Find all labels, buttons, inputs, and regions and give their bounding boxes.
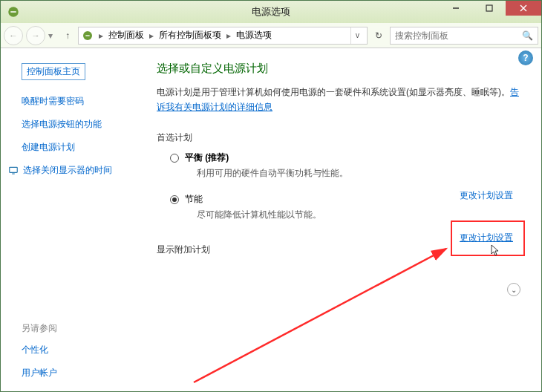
chevron-right-icon: ▸ [148,30,154,41]
sidebar: 控制面板主页 唤醒时需要密码 选择电源按钮的功能 创建电源计划 选择关闭显示器的… [1,48,149,391]
see-also-header: 另请参阅 [22,322,57,335]
sidebar-create-plan[interactable]: 创建电源计划 [22,141,149,154]
crumb-all-items[interactable]: 所有控制面板项 [156,29,224,42]
help-button[interactable]: ? [518,50,533,65]
additional-plans-header: 显示附加计划 [157,244,525,256]
chevron-right-icon: ▸ [226,30,232,41]
annotation-arrow [186,241,461,390]
breadcrumb-dropdown[interactable]: v [350,27,364,44]
radio-power-saver[interactable] [170,195,179,204]
page-description: 电源计划是用于管理计算机如何使用电源的一套硬件和系统设置(如显示器亮度、睡眠等)… [157,85,525,115]
see-also-section: 另请参阅 个性化 用户帐户 [22,322,57,379]
sidebar-power-button[interactable]: 选择电源按钮的功能 [22,118,149,131]
change-plan-balanced[interactable]: 更改计划设置 [460,189,513,202]
history-dropdown[interactable]: ▾ [48,30,57,41]
search-icon: 🔍 [522,30,533,41]
see-also-personalization[interactable]: 个性化 [22,344,57,356]
change-plan-power-saver[interactable]: 更改计划设置 [460,232,513,244]
page-title: 选择或自定义电源计划 [157,62,525,76]
search-input[interactable] [395,30,522,41]
window-title: 电源选项 [252,5,290,19]
preferred-plans-header: 首选计划 [157,131,525,144]
expand-additional-button[interactable]: ⌄ [507,283,520,296]
breadcrumb[interactable]: ▸ 控制面板 ▸ 所有控制面板项 ▸ 电源选项 v [78,27,368,45]
radio-balanced[interactable] [170,154,179,163]
minimize-button[interactable] [439,1,472,16]
plan-balanced-desc: 利用可用的硬件自动平衡功耗与性能。 [197,167,525,180]
power-icon [7,5,20,19]
sidebar-wake-password[interactable]: 唤醒时需要密码 [22,95,149,108]
plan-balanced-name: 平衡 [185,152,203,163]
sidebar-display-off[interactable]: 选择关闭显示器的时间 [23,164,112,177]
monitor-icon [8,166,19,176]
titlebar: 电源选项 [1,1,541,23]
forward-button[interactable]: → [26,26,45,45]
see-also-user-accounts[interactable]: 用户帐户 [22,367,57,379]
chevron-right-icon: ▸ [98,30,104,41]
svg-line-9 [194,249,446,382]
plan-power-saver-desc: 尽可能降低计算机性能以节能。 [197,209,525,221]
svg-rect-3 [486,5,492,11]
crumb-control-panel[interactable]: 控制面板 [105,29,147,42]
plan-balanced-suffix: (推荐) [203,152,229,163]
svg-rect-8 [12,173,15,174]
desc-text: 电源计划是用于管理计算机如何使用电源的一套硬件和系统设置(如显示器亮度、睡眠等)… [157,87,510,97]
back-button[interactable]: ← [4,26,23,45]
crumb-power-options[interactable]: 电源选项 [233,29,275,42]
up-button[interactable]: ↑ [60,28,75,43]
address-bar: ← → ▾ ↑ ▸ 控制面板 ▸ 所有控制面板项 ▸ 电源选项 v ↻ 🔍 [1,23,541,48]
svg-rect-1 [10,11,16,13]
close-button[interactable] [506,1,541,16]
svg-rect-7 [10,167,18,172]
maximize-button[interactable] [472,1,506,16]
sidebar-home[interactable]: 控制面板主页 [22,63,85,80]
chevron-down-icon: ⌄ [511,286,517,294]
main-content: 选择或自定义电源计划 电源计划是用于管理计算机如何使用电源的一套硬件和系统设置(… [149,48,541,391]
power-options-icon [82,30,94,42]
refresh-button[interactable]: ↻ [370,27,387,44]
search-box[interactable]: 🔍 [390,27,538,45]
plan-balanced[interactable]: 平衡 (推荐) 利用可用的硬件自动平衡功耗与性能。 [170,151,525,180]
